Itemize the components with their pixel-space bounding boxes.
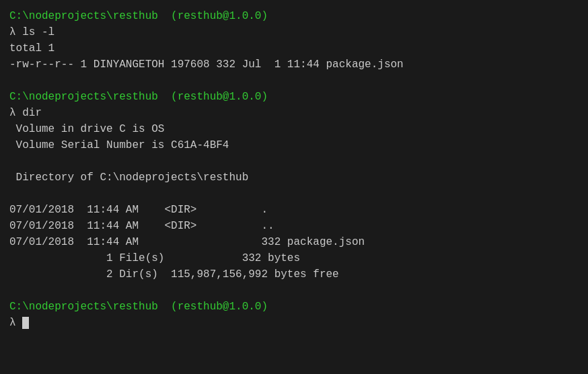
cmd-3 <box>16 317 23 329</box>
blank-3 <box>9 186 579 202</box>
terminal-line-2: λ ls -l <box>9 24 579 40</box>
terminal-line-14: 07/01/2018 11:44 AM <DIR> .. <box>9 218 579 234</box>
cmd-2: dir <box>16 107 42 119</box>
prompt-path-1: C:\nodeprojects\resthub <box>9 10 158 22</box>
terminal-line-11: Directory of C:\nodeprojects\resthub <box>9 170 579 186</box>
prompt-package-3: (resthub@1.0.0) <box>171 301 268 313</box>
terminal-line-15: 07/01/2018 11:44 AM 332 package.json <box>9 234 579 250</box>
lambda-3: λ <box>9 317 16 329</box>
terminal-line-16: 1 File(s) 332 bytes <box>9 250 579 266</box>
terminal-line-13: 07/01/2018 11:44 AM <DIR> . <box>9 202 579 218</box>
blank-2 <box>9 153 579 170</box>
prompt-path-3: C:\nodeprojects\resthub <box>9 301 158 313</box>
terminal-window: C:\nodeprojects\resthub (resthub@1.0.0) … <box>0 0 588 374</box>
terminal-line-3: total 1 <box>9 40 579 57</box>
terminal-line-17: 2 Dir(s) 115,987,156,992 bytes free <box>9 266 579 283</box>
terminal-line-9: Volume Serial Number is C61A-4BF4 <box>9 137 579 153</box>
lambda-1: λ <box>9 26 16 38</box>
terminal-line-4: -rw-r--r-- 1 DINYANGETOH 197608 332 Jul … <box>9 57 579 73</box>
prompt-package-1: (resthub@1.0.0) <box>171 10 268 22</box>
blank-4 <box>9 283 579 299</box>
terminal-line-1: C:\nodeprojects\resthub (resthub@1.0.0) <box>9 8 579 24</box>
terminal-line-8: Volume in drive C is OS <box>9 121 579 137</box>
cursor <box>22 317 29 329</box>
cmd-1: ls -l <box>16 26 55 38</box>
terminal-line-7: λ dir <box>9 105 579 121</box>
prompt-path-2: C:\nodeprojects\resthub <box>9 91 158 103</box>
lambda-2: λ <box>9 107 16 119</box>
terminal-line-19: C:\nodeprojects\resthub (resthub@1.0.0) <box>9 299 579 315</box>
terminal-line-6: C:\nodeprojects\resthub (resthub@1.0.0) <box>9 89 579 105</box>
blank-1 <box>9 73 579 89</box>
terminal-line-20[interactable]: λ <box>9 315 579 331</box>
prompt-package-2: (resthub@1.0.0) <box>171 91 268 103</box>
